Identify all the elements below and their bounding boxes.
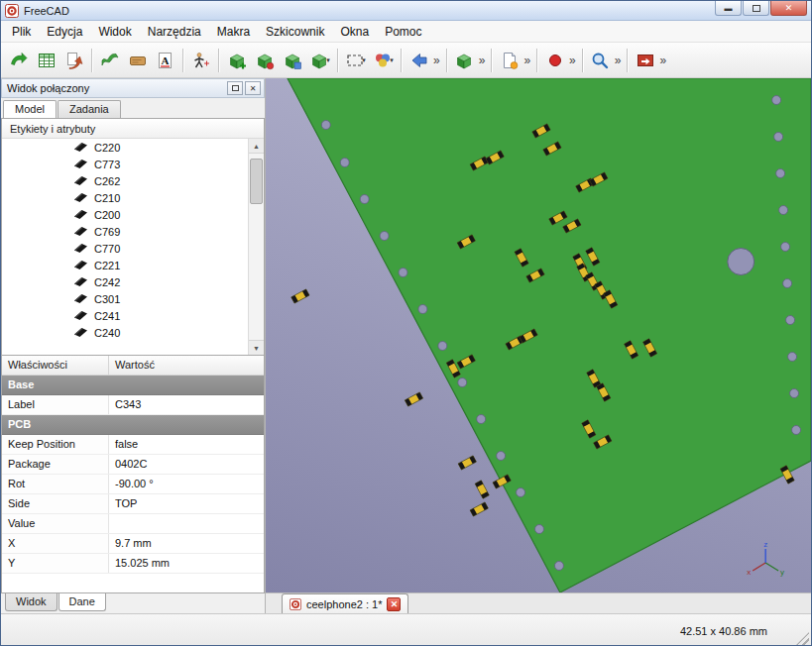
dropdown-arrow-icon[interactable]: ▾	[390, 56, 394, 64]
toolbar-open-arrow-button[interactable]	[5, 47, 32, 74]
property-tab-widok[interactable]: Widok	[5, 593, 58, 611]
tree-header: Etykiety i atrybuty	[2, 119, 264, 139]
tree-item-c210[interactable]: C210	[2, 189, 248, 206]
toolbar-manikin-button[interactable]	[187, 47, 214, 74]
pcb-board[interactable]	[288, 78, 811, 592]
tree-item-c220[interactable]: C220	[2, 139, 248, 156]
toolbar-nav-back-button[interactable]	[406, 47, 432, 74]
pcb-3d-view[interactable]: xyz	[266, 78, 811, 592]
pcb-component[interactable]	[470, 502, 488, 516]
toolbar-surface-button[interactable]	[96, 47, 123, 74]
dropdown-arrow-icon[interactable]: ▾	[326, 56, 330, 64]
toolbar-wood-button[interactable]	[124, 47, 151, 74]
menu-item-edycja[interactable]: Edycja	[39, 22, 90, 42]
property-tab-dane[interactable]: Dane	[58, 593, 106, 611]
toolbar-overflow-chevron[interactable]: »	[433, 54, 440, 67]
toolbar-record-button[interactable]	[541, 47, 568, 74]
property-row-keep-position[interactable]: Keep Positionfalse	[2, 435, 264, 455]
tree-item-label: C210	[94, 192, 120, 204]
property-value[interactable]: C343	[109, 395, 264, 414]
property-value[interactable]: 0402C	[109, 455, 264, 474]
menu-item-szkicownik[interactable]: Szkicownik	[258, 22, 332, 42]
property-row-y[interactable]: Y15.025 mm	[2, 554, 264, 574]
tree-item-label: C262	[94, 175, 120, 187]
toolbar-cube-button[interactable]: ▾	[306, 47, 333, 74]
component-chip-icon	[73, 209, 88, 220]
tree-item-c773[interactable]: C773	[2, 156, 248, 172]
property-row-value[interactable]: Value	[2, 514, 264, 534]
svg-text:x: x	[747, 568, 751, 577]
document-tab[interactable]: ceelphone2 : 1* ✕	[282, 593, 408, 613]
menu-item-pomoc[interactable]: Pomoc	[377, 22, 429, 42]
menu-item-plik[interactable]: Plik	[4, 22, 39, 42]
menu-item-okna[interactable]: Okna	[332, 22, 377, 42]
toolbar-spreadsheet-button[interactable]	[33, 47, 59, 74]
property-value[interactable]: TOP	[109, 494, 264, 513]
component-chip-icon	[73, 276, 88, 287]
dock-tab-zadania[interactable]: Zadania	[58, 100, 121, 118]
toolbar-annotation-button[interactable]: A	[152, 47, 178, 74]
property-row-package[interactable]: Package0402C	[2, 455, 264, 475]
toolbar-overflow-chevron[interactable]: »	[569, 54, 576, 67]
scroll-down-icon[interactable]: ▼	[249, 340, 264, 355]
tree-item-c241[interactable]: C241	[2, 307, 248, 324]
toolbar-pcb-button[interactable]	[632, 47, 658, 74]
document-close-icon[interactable]: ✕	[387, 597, 401, 611]
property-row-side[interactable]: SideTOP	[2, 494, 264, 514]
toolbar-selection-button[interactable]: ▾	[342, 47, 369, 74]
tree-item-c769[interactable]: C769	[2, 223, 248, 240]
minimize-button[interactable]: ▬	[715, 1, 742, 16]
pcb-component[interactable]	[405, 392, 422, 406]
dock-float-button[interactable]	[227, 81, 243, 95]
toolbar-new-doc-button[interactable]	[496, 47, 522, 74]
toolbar-overflow-chevron[interactable]: »	[523, 54, 530, 67]
property-row-rot[interactable]: Rot-90.00 °	[2, 475, 264, 494]
close-button[interactable]: ✕	[770, 1, 807, 16]
pcb-hole	[340, 159, 349, 167]
tree-item-c262[interactable]: C262	[2, 172, 248, 189]
toolbar-zoom-button[interactable]	[587, 47, 614, 74]
tree-item-c301[interactable]: C301	[2, 290, 248, 307]
menu-item-makra[interactable]: Makra	[209, 22, 258, 42]
tree-item-c200[interactable]: C200	[2, 206, 248, 223]
toolbar-cube-add-button[interactable]	[223, 47, 250, 74]
toolbar-appearance-button[interactable]: ▾	[370, 47, 397, 74]
3d-viewport[interactable]: xyz	[266, 78, 811, 592]
toolbar-cube-copy-button[interactable]	[279, 47, 305, 74]
tree-item-c242[interactable]: C242	[2, 273, 248, 290]
component-chip-icon	[73, 293, 88, 304]
scrollbar-thumb[interactable]	[250, 159, 263, 204]
toolbar-cube-axo-button[interactable]	[451, 47, 478, 74]
property-value[interactable]: false	[109, 435, 264, 454]
freecad-window: FreeCAD ▬ ✕ PlikEdycjaWidokNarzędziaMakr…	[0, 0, 812, 646]
toolbar-export-button[interactable]	[60, 47, 87, 74]
toolbar-overflow-chevron[interactable]: »	[615, 54, 622, 67]
tree-scrollbar[interactable]: ▲ ▼	[248, 139, 264, 355]
property-value[interactable]: -90.00 °	[109, 475, 264, 493]
manikin-icon	[191, 51, 211, 70]
property-value[interactable]	[109, 514, 264, 533]
pcb-component[interactable]	[291, 289, 309, 303]
property-value[interactable]: 15.025 mm	[109, 554, 264, 573]
property-row-x[interactable]: X9.7 mm	[2, 534, 264, 554]
menu-item-narzędzia[interactable]: Narzędzia	[140, 22, 209, 42]
title-bar: FreeCAD ▬ ✕	[1, 1, 811, 21]
scroll-up-icon[interactable]: ▲	[249, 139, 264, 154]
tree-item-c770[interactable]: C770	[2, 240, 248, 257]
pcb-component[interactable]	[458, 456, 476, 470]
component-chip-icon	[73, 192, 88, 203]
menu-item-widok[interactable]: Widok	[90, 22, 139, 42]
dock-close-button[interactable]: ✕	[245, 81, 261, 95]
toolbar-overflow-chevron[interactable]: »	[479, 54, 486, 67]
property-row-label[interactable]: LabelC343	[2, 395, 264, 415]
tree-item-c221[interactable]: C221	[2, 257, 248, 273]
resize-grip[interactable]	[796, 632, 809, 645]
toolbar-cube-dot-button[interactable]	[251, 47, 278, 74]
pcb-component[interactable]	[475, 481, 489, 498]
tree-item-c240[interactable]: C240	[2, 324, 248, 341]
property-value[interactable]: 9.7 mm	[109, 534, 264, 553]
maximize-button[interactable]	[743, 1, 769, 16]
dock-tab-model[interactable]: Model	[3, 100, 57, 118]
dropdown-arrow-icon[interactable]: ▾	[362, 56, 366, 64]
toolbar-overflow-chevron[interactable]: »	[659, 54, 666, 67]
